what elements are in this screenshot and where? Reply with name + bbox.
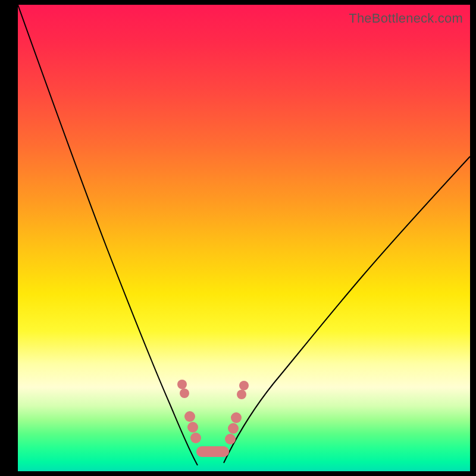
chart-svg [18, 5, 470, 471]
dot-right-1 [239, 381, 249, 390]
dot-right-4 [228, 423, 239, 434]
dot-right-2 [237, 390, 246, 399]
dot-left-1 [177, 380, 187, 389]
chart-frame: TheBottleneck.com [18, 5, 470, 471]
bottom-band [196, 446, 229, 457]
right-curve [224, 156, 470, 463]
dot-left-2 [180, 389, 189, 398]
dot-right-5 [225, 434, 236, 444]
dot-left-4 [187, 422, 198, 433]
left-curve [18, 5, 198, 465]
dot-left-5 [190, 433, 201, 443]
dot-right-3 [231, 412, 242, 423]
dot-left-3 [184, 411, 195, 422]
